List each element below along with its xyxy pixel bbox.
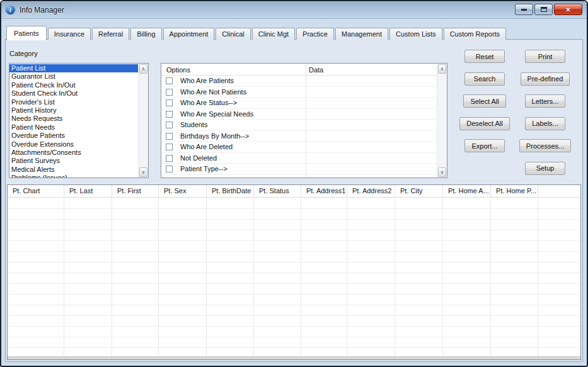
tab-label: Management (342, 30, 382, 38)
category-item[interactable]: Overdue Patients (9, 132, 138, 140)
category-list: Patient ListGuarantor ListPatient Check … (9, 64, 138, 178)
option-row[interactable]: Who Are Special Needs (161, 109, 437, 120)
letters-button[interactable]: Letters... (525, 94, 566, 108)
close-button[interactable]: ✕ (554, 4, 582, 15)
scroll-down-button[interactable]: ∨ (438, 167, 446, 177)
button-label: Export... (472, 142, 498, 150)
action-buttons-left: ResetSearchSelect AllDeselect AllExport.… (461, 50, 509, 152)
option-row[interactable]: Not Deleted (161, 153, 437, 164)
column-header[interactable]: Pt. Home A... (443, 185, 491, 197)
app-icon: i (6, 5, 15, 14)
checkbox-unchecked[interactable] (166, 121, 173, 128)
tab-clinical[interactable]: Clinical (216, 28, 250, 40)
setup-button[interactable]: Setup (525, 162, 565, 175)
checkbox-unchecked[interactable] (166, 144, 173, 150)
column-header[interactable]: Pt. Sex (159, 185, 207, 197)
minimize-button[interactable] (515, 4, 533, 15)
scroll-up-button[interactable]: ∧ (139, 64, 147, 74)
category-item[interactable]: Overdue Extensions (9, 140, 138, 149)
patients-tab-page: Category Patient ListGuarantor ListPatie… (5, 39, 583, 362)
titlebar[interactable]: i Info Manager ✕ (1, 1, 587, 19)
category-item[interactable]: Medical Alerts (9, 166, 138, 174)
button-label: Pre-defined (527, 75, 563, 82)
button-label: Setup (536, 164, 555, 172)
column-header[interactable]: Pt. Address2 (347, 185, 395, 197)
pre-defined-button[interactable]: Pre-defined (521, 72, 570, 86)
checkbox-unchecked[interactable] (166, 155, 173, 162)
maximize-button[interactable] (534, 4, 553, 15)
print-button[interactable]: Print (525, 50, 565, 63)
category-item[interactable]: Problems (Issues) (9, 174, 138, 178)
option-row[interactable]: Patient Type--> (161, 164, 437, 175)
table-column (8, 198, 64, 356)
column-header[interactable]: Pt. Address1 (301, 185, 347, 197)
processes-button[interactable]: Processes... (519, 139, 572, 152)
tab-label: Custom Lists (396, 30, 436, 38)
option-row[interactable]: Who Are Not Patients (161, 87, 437, 98)
category-item[interactable]: Patient Needs (9, 123, 138, 132)
option-label: Who Are Patients (180, 77, 234, 84)
tab-management[interactable]: Management (335, 28, 388, 40)
table-column (491, 198, 538, 356)
tab-referral[interactable]: Referral (92, 28, 129, 40)
checkbox-unchecked[interactable] (166, 89, 173, 96)
option-row[interactable]: Who Are Deleted (161, 142, 437, 153)
checkbox-unchecked[interactable] (166, 77, 173, 84)
chevron-down-icon: ∨ (142, 170, 146, 175)
search-button[interactable]: Search (464, 72, 505, 86)
category-item[interactable]: Patient List (9, 64, 138, 72)
category-item[interactable]: Patient Check In/Out (9, 81, 138, 89)
checkbox-unchecked[interactable] (166, 99, 173, 106)
select-all-button[interactable]: Select All (463, 94, 505, 108)
category-item[interactable]: Provider's List (9, 98, 138, 106)
tab-clinic-mgt[interactable]: Clinic Mgt (252, 28, 295, 40)
category-scrollbar[interactable]: ∧ ∨ (138, 64, 148, 178)
labels-button[interactable]: Labels... (525, 117, 565, 130)
option-row[interactable]: Who Are Patients (161, 76, 437, 87)
table-column (254, 198, 301, 356)
checkbox-unchecked[interactable] (166, 133, 173, 140)
tab-custom-reports[interactable]: Custom Reports (444, 28, 506, 40)
category-item[interactable]: Guarantor List (9, 72, 138, 81)
tab-appointment[interactable]: Appointment (163, 28, 215, 40)
category-item[interactable]: Needs Requests (9, 115, 138, 123)
column-header[interactable]: Pt. BirthDate (207, 185, 254, 197)
reset-button[interactable]: Reset (464, 50, 505, 63)
column-header[interactable]: Pt. Last (64, 185, 112, 197)
results-table: Pt. ChartPt. LastPt. FirstPt. SexPt. Bir… (7, 184, 581, 360)
category-item[interactable]: Patient Surveys (9, 157, 138, 165)
button-label: Print (538, 53, 553, 60)
export-button[interactable]: Export... (464, 139, 505, 152)
column-header[interactable]: Pt. First (112, 185, 159, 197)
option-label: Who Are Special Needs (180, 110, 253, 118)
checkbox-unchecked[interactable] (166, 166, 173, 172)
tab-bar: PatientsInsuranceReferralBillingAppointm… (6, 26, 507, 40)
category-item[interactable]: Attachments/Consents (9, 149, 138, 157)
table-column (159, 198, 207, 356)
caption-buttons: ✕ (515, 4, 582, 15)
option-label: Who Are Not Patients (180, 88, 246, 96)
category-item[interactable]: Patient History (9, 106, 138, 115)
option-row[interactable]: Birthdays By Month--> (161, 131, 437, 142)
column-header[interactable]: Pt. Home P... (491, 185, 538, 197)
tab-patients[interactable]: Patients (6, 26, 47, 40)
column-header[interactable]: Pt. Status (254, 185, 301, 197)
tab-practice[interactable]: Practice (296, 28, 334, 40)
options-scrollbar[interactable]: ∧ ∨ (437, 64, 447, 178)
checkbox-unchecked[interactable] (166, 111, 173, 118)
scroll-down-button[interactable]: ∨ (139, 167, 147, 177)
tab-insurance[interactable]: Insurance (48, 28, 91, 40)
column-header[interactable]: Pt. Chart (8, 185, 64, 197)
button-label: Select All (470, 98, 499, 105)
tab-billing[interactable]: Billing (130, 28, 161, 40)
option-row[interactable]: Students (161, 120, 437, 131)
tab-custom-lists[interactable]: Custom Lists (389, 28, 442, 40)
close-icon: ✕ (565, 6, 570, 13)
scroll-up-button[interactable]: ∧ (438, 64, 446, 74)
option-row[interactable]: Who Are Status--> (161, 98, 437, 109)
options-column-header: Options (166, 66, 190, 74)
option-label: Not Deleted (180, 154, 217, 162)
column-header[interactable]: Pt. City (395, 185, 443, 197)
deselect-all-button[interactable]: Deselect All (459, 117, 509, 130)
category-item[interactable]: Student Check In/Out (9, 89, 138, 98)
